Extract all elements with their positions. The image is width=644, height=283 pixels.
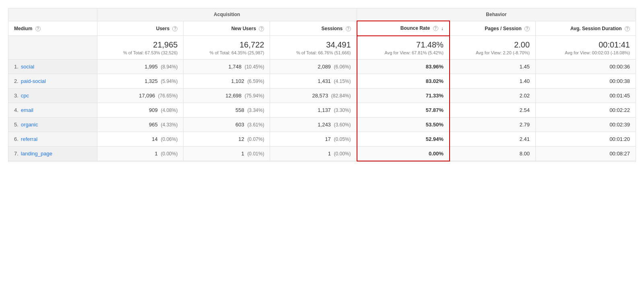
medium-link[interactable]: email	[21, 107, 33, 113]
column-header-row: Medium ? Users ? New Users ? Sessions ? …	[8, 21, 636, 36]
medium-cell: 7.landing_page	[8, 146, 97, 161]
new-users-cell: 1,748 (10.45%)	[184, 59, 270, 74]
row-number: 5.	[14, 122, 19, 128]
medium-link[interactable]: organic	[21, 122, 38, 128]
users-pct: (8.94%)	[161, 64, 178, 70]
pages-session-cell: 2.54	[450, 103, 536, 117]
sessions-cell: 1,243 (3.60%)	[270, 117, 357, 132]
sessions-value: 1	[328, 151, 331, 157]
bounce-rate-value: 71.33%	[426, 93, 444, 99]
new-users-value: 12,698	[225, 93, 242, 99]
new-users-cell: 558 (3.34%)	[184, 103, 270, 117]
sessions-pct: (3.60%)	[334, 122, 351, 128]
sessions-value: 2,089	[318, 64, 331, 70]
bounce-rate-help-icon[interactable]: ?	[433, 26, 438, 31]
pages-session-label: Pages / Session	[485, 26, 521, 31]
medium-cell: 6.referral	[8, 132, 97, 146]
row-number: 6.	[14, 136, 19, 142]
sessions-value: 1,431	[318, 78, 331, 84]
pages-session-cell: 1.45	[450, 59, 536, 74]
avg-session-label: Avg. Session Duration	[570, 26, 622, 31]
table-row: 5.organic965 (4.33%)603 (3.61%)1,243 (3.…	[8, 117, 636, 132]
users-cell: 1,995 (8.94%)	[97, 59, 184, 74]
users-value: 1,325	[144, 78, 158, 84]
summary-new-users-cell: 16,722 % of Total: 64.35% (25,987)	[184, 36, 270, 60]
summary-new-users-sub: % of Total: 64.35% (25,987)	[189, 50, 264, 55]
users-value: 1	[155, 151, 158, 157]
acquisition-group-header: Acquisition	[97, 8, 357, 21]
medium-link[interactable]: social	[21, 64, 34, 70]
medium-cell: 2.paid-social	[8, 74, 97, 88]
users-value: 1,995	[144, 64, 158, 70]
medium-link[interactable]: cpc	[21, 93, 29, 99]
medium-link[interactable]: paid-social	[21, 78, 46, 84]
bounce-rate-value: 83.96%	[426, 64, 444, 70]
avg-session-col-header: Avg. Session Duration ?	[536, 21, 636, 36]
summary-bounce-sub: Avg for View: 67.81% (5.42%)	[363, 50, 444, 55]
table-row: 4.email909 (4.08%)558 (3.34%)1,137 (3.30…	[8, 103, 636, 117]
row-number: 3.	[14, 93, 19, 99]
bounce-rate-value: 52.94%	[426, 136, 444, 142]
new-users-cell: 1,102 (6.59%)	[184, 74, 270, 88]
bounce-rate-col-header: Bounce Rate ? ↓	[357, 21, 450, 36]
avg-session-cell: 00:08:27	[536, 146, 636, 161]
pages-session-value: 1.40	[520, 78, 530, 84]
avg-session-cell: 00:01:20	[536, 132, 636, 146]
table-row: 2.paid-social1,325 (5.94%)1,102 (6.59%)1…	[8, 74, 636, 88]
sessions-cell: 1,431 (4.15%)	[270, 74, 357, 88]
pages-session-cell: 1.40	[450, 74, 536, 88]
sort-arrow-icon[interactable]: ↓	[441, 26, 444, 31]
new-users-help-icon[interactable]: ?	[259, 26, 264, 31]
avg-session-value: 00:02:22	[609, 107, 630, 113]
new-users-cell: 12,698 (75.94%)	[184, 88, 270, 103]
summary-avg-session-cell: 00:01:41 Avg for View: 00:02:03 (-18.08%…	[536, 36, 636, 60]
new-users-col-header: New Users ?	[184, 21, 270, 36]
new-users-cell: 12 (0.07%)	[184, 132, 270, 146]
sessions-cell: 2,089 (6.06%)	[270, 59, 357, 74]
sessions-value: 1,243	[318, 122, 331, 128]
sessions-cell: 1 (0.00%)	[270, 146, 357, 161]
users-value: 14	[152, 136, 157, 142]
users-help-icon[interactable]: ?	[172, 26, 178, 31]
pages-session-cell: 8.00	[450, 146, 536, 161]
summary-pages-session-main: 2.00	[456, 40, 530, 50]
sessions-help-icon[interactable]: ?	[346, 26, 351, 31]
medium-group-header	[8, 8, 97, 21]
new-users-cell: 603 (3.61%)	[184, 117, 270, 132]
medium-help-icon[interactable]: ?	[35, 26, 41, 31]
avg-session-value: 00:00:38	[609, 78, 630, 84]
avg-session-value: 00:01:20	[609, 136, 630, 142]
summary-avg-session-main: 00:01:41	[541, 40, 630, 50]
pages-session-help-icon[interactable]: ?	[524, 26, 530, 31]
new-users-value: 1,102	[231, 78, 244, 84]
new-users-pct: (75.94%)	[245, 93, 264, 99]
sessions-value: 28,573	[312, 93, 328, 99]
new-users-value: 603	[235, 122, 244, 128]
users-value: 17,096	[139, 93, 155, 99]
sessions-pct: (82.84%)	[331, 93, 351, 99]
medium-link[interactable]: landing_page	[21, 151, 52, 157]
analytics-table: Acquisition Behavior Medium ? Users ? Ne…	[8, 8, 636, 162]
users-pct: (4.08%)	[161, 107, 178, 113]
summary-medium-cell	[8, 36, 97, 60]
pages-session-col-header: Pages / Session ?	[450, 21, 536, 36]
summary-pages-session-sub: Avg for View: 2.20 (-8.70%)	[456, 50, 530, 55]
table-row: 1.social1,995 (8.94%)1,748 (10.45%)2,089…	[8, 59, 636, 74]
medium-col-header: Medium ?	[8, 21, 97, 36]
row-number: 4.	[14, 107, 19, 113]
bounce-rate-cell: 0.00%	[357, 146, 450, 161]
medium-link[interactable]: referral	[21, 136, 37, 142]
users-pct: (4.33%)	[161, 122, 178, 128]
avg-session-cell: 00:00:36	[536, 59, 636, 74]
users-label: Users	[156, 26, 169, 31]
users-pct: (5.94%)	[161, 78, 178, 84]
users-cell: 1 (0.00%)	[97, 146, 184, 161]
summary-pages-session-cell: 2.00 Avg for View: 2.20 (-8.70%)	[450, 36, 536, 60]
row-number: 2.	[14, 78, 19, 84]
bounce-rate-cell: 57.87%	[357, 103, 450, 117]
medium-label: Medium	[14, 26, 32, 31]
avg-session-help-icon[interactable]: ?	[625, 26, 630, 31]
users-cell: 1,325 (5.94%)	[97, 74, 184, 88]
table-row: 6.referral14 (0.06%)12 (0.07%)17 (0.05%)…	[8, 132, 636, 146]
new-users-label: New Users	[231, 26, 256, 31]
